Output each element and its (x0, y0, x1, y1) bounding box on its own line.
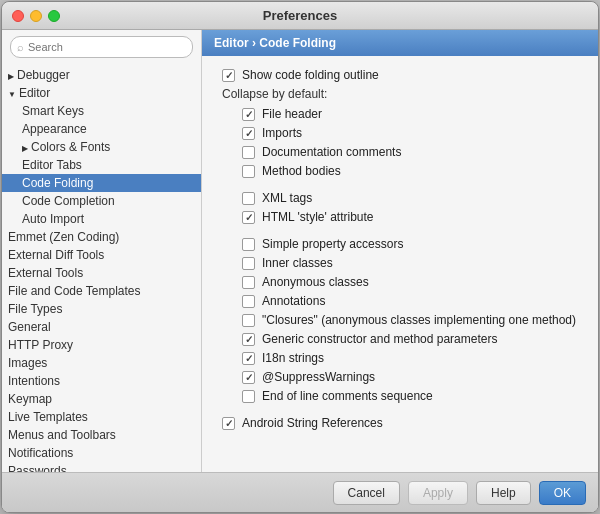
doc-comments-label: Documentation comments (262, 145, 401, 159)
sidebar-item-ext-tools[interactable]: External Tools (2, 264, 201, 282)
triangle-icon: ▶ (8, 72, 14, 81)
triangle-icon: ▼ (8, 90, 16, 99)
sidebar-item-editor-tabs[interactable]: Editor Tabs (2, 156, 201, 174)
show-outline-row: Show code folding outline (218, 68, 582, 82)
doc-comments-row: Documentation comments (218, 145, 582, 159)
i18n-label: I18n strings (262, 351, 324, 365)
inner-classes-row: Inner classes (218, 256, 582, 270)
anonymous-classes-checkbox[interactable] (242, 276, 255, 289)
sidebar-item-menus-toolbars[interactable]: Menus and Toolbars (2, 426, 201, 444)
method-bodies-label: Method bodies (262, 164, 341, 178)
doc-comments-checkbox[interactable] (242, 146, 255, 159)
method-bodies-row: Method bodies (218, 164, 582, 178)
end-of-line-checkbox[interactable] (242, 390, 255, 403)
android-string-checkbox[interactable] (222, 417, 235, 430)
cancel-button[interactable]: Cancel (333, 481, 400, 505)
method-bodies-checkbox[interactable] (242, 165, 255, 178)
xml-tags-checkbox[interactable] (242, 192, 255, 205)
ok-button[interactable]: OK (539, 481, 586, 505)
annotations-row: Annotations (218, 294, 582, 308)
imports-label: Imports (262, 126, 302, 140)
sidebar-item-smart-keys[interactable]: Smart Keys (2, 102, 201, 120)
simple-property-row: Simple property accessors (218, 237, 582, 251)
sidebar-item-intentions[interactable]: Intentions (2, 372, 201, 390)
footer: Cancel Apply Help OK (2, 472, 598, 512)
sidebar-item-keymap[interactable]: Keymap (2, 390, 201, 408)
closures-checkbox[interactable] (242, 314, 255, 327)
search-icon: ⌕ (17, 41, 24, 53)
sidebar-item-http-proxy[interactable]: HTTP Proxy (2, 336, 201, 354)
annotations-label: Annotations (262, 294, 325, 308)
anonymous-classes-label: Anonymous classes (262, 275, 369, 289)
sidebar-item-code-completion[interactable]: Code Completion (2, 192, 201, 210)
title-bar: Preferences (2, 2, 598, 30)
sidebar-item-colors-fonts[interactable]: ▶Colors & Fonts (2, 138, 201, 156)
xml-tags-row: XML tags (218, 191, 582, 205)
traffic-lights (12, 10, 60, 22)
generic-constructor-label: Generic constructor and method parameter… (262, 332, 497, 346)
generic-constructor-checkbox[interactable] (242, 333, 255, 346)
imports-row: Imports (218, 126, 582, 140)
simple-property-label: Simple property accessors (262, 237, 403, 251)
minimize-button[interactable] (30, 10, 42, 22)
sidebar-item-emmet[interactable]: Emmet (Zen Coding) (2, 228, 201, 246)
sidebar-item-general[interactable]: General (2, 318, 201, 336)
sidebar-item-appearance[interactable]: Appearance (2, 120, 201, 138)
generic-constructor-row: Generic constructor and method parameter… (218, 332, 582, 346)
html-style-checkbox[interactable] (242, 211, 255, 224)
sidebar-item-file-types[interactable]: File Types (2, 300, 201, 318)
annotations-checkbox[interactable] (242, 295, 255, 308)
html-style-label: HTML 'style' attribute (262, 210, 374, 224)
show-outline-label: Show code folding outline (242, 68, 379, 82)
closures-row: "Closures" (anonymous classes implementi… (218, 313, 582, 327)
search-input[interactable] (28, 41, 186, 53)
file-header-row: File header (218, 107, 582, 121)
maximize-button[interactable] (48, 10, 60, 22)
sidebar-item-ext-diff[interactable]: External Diff Tools (2, 246, 201, 264)
android-string-label: Android String References (242, 416, 383, 430)
suppress-warnings-label: @SuppressWarnings (262, 370, 375, 384)
sidebar-item-auto-import[interactable]: Auto Import (2, 210, 201, 228)
sidebar-item-file-code-templates[interactable]: File and Code Templates (2, 282, 201, 300)
file-header-checkbox[interactable] (242, 108, 255, 121)
sidebar-item-debugger[interactable]: ▶Debugger (2, 66, 201, 84)
collapse-default-label: Collapse by default: (218, 87, 582, 101)
sidebar-item-live-templates[interactable]: Live Templates (2, 408, 201, 426)
android-string-row: Android String References (218, 416, 582, 430)
main-content: Editor › Code Folding Show code folding … (202, 30, 598, 472)
sidebar-list: ▶Debugger ▼Editor Smart Keys Appearance … (2, 64, 201, 472)
xml-tags-label: XML tags (262, 191, 312, 205)
main-content-area: ⌕ ▶Debugger ▼Editor Smart Keys Appearanc… (2, 30, 598, 472)
show-outline-checkbox[interactable] (222, 69, 235, 82)
end-of-line-row: End of line comments sequence (218, 389, 582, 403)
preferences-window: Preferences ⌕ ▶Debugger ▼Editor Smart Ke… (1, 1, 599, 513)
sidebar: ⌕ ▶Debugger ▼Editor Smart Keys Appearanc… (2, 30, 202, 472)
breadcrumb-bar: Editor › Code Folding (202, 30, 598, 56)
window-title: Preferences (263, 8, 337, 23)
sidebar-item-editor[interactable]: ▼Editor (2, 84, 201, 102)
sidebar-item-code-folding[interactable]: Code Folding (2, 174, 201, 192)
sidebar-item-images[interactable]: Images (2, 354, 201, 372)
html-style-row: HTML 'style' attribute (218, 210, 582, 224)
inner-classes-checkbox[interactable] (242, 257, 255, 270)
sidebar-item-passwords[interactable]: Passwords (2, 462, 201, 472)
imports-checkbox[interactable] (242, 127, 255, 140)
suppress-warnings-row: @SuppressWarnings (218, 370, 582, 384)
end-of-line-label: End of line comments sequence (262, 389, 433, 403)
triangle-icon: ▶ (22, 144, 28, 153)
file-header-label: File header (262, 107, 322, 121)
search-box[interactable]: ⌕ (10, 36, 193, 58)
breadcrumb: Editor › Code Folding (214, 36, 336, 50)
suppress-warnings-checkbox[interactable] (242, 371, 255, 384)
i18n-checkbox[interactable] (242, 352, 255, 365)
help-button[interactable]: Help (476, 481, 531, 505)
close-button[interactable] (12, 10, 24, 22)
anonymous-classes-row: Anonymous classes (218, 275, 582, 289)
inner-classes-label: Inner classes (262, 256, 333, 270)
simple-property-checkbox[interactable] (242, 238, 255, 251)
sidebar-item-notifications[interactable]: Notifications (2, 444, 201, 462)
closures-label: "Closures" (anonymous classes implementi… (262, 313, 576, 327)
options-panel: Show code folding outline Collapse by de… (202, 56, 598, 472)
i18n-row: I18n strings (218, 351, 582, 365)
apply-button[interactable]: Apply (408, 481, 468, 505)
